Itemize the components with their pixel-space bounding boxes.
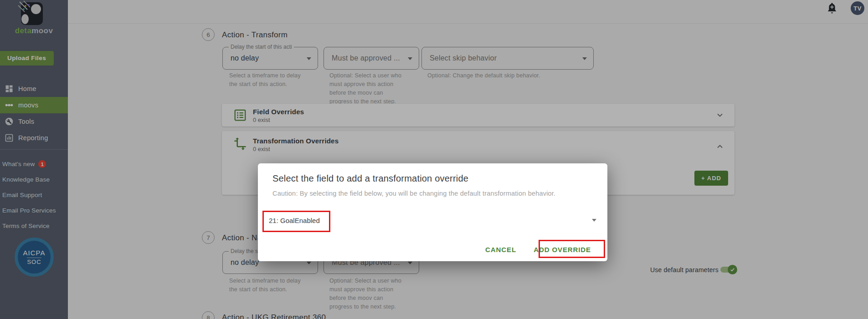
cancel-button[interactable]: CANCEL xyxy=(485,246,516,253)
dialog-title: Select the field to add a transformation… xyxy=(272,173,468,184)
modal-backdrop[interactable] xyxy=(0,0,868,319)
app-window: TV 6 Action - Transform Delay the start … xyxy=(0,0,868,319)
add-transformation-override-dialog: Select the field to add a transformation… xyxy=(258,163,607,261)
dialog-caution-text: Caution: By selecting the field below, y… xyxy=(272,190,555,197)
add-override-button[interactable]: ADD OVERRIDE xyxy=(534,246,591,253)
field-select[interactable]: 21: GoalEnabled xyxy=(258,211,607,232)
field-select-value: 21: GoalEnabled xyxy=(269,217,320,224)
dropdown-arrow-icon xyxy=(592,219,596,222)
